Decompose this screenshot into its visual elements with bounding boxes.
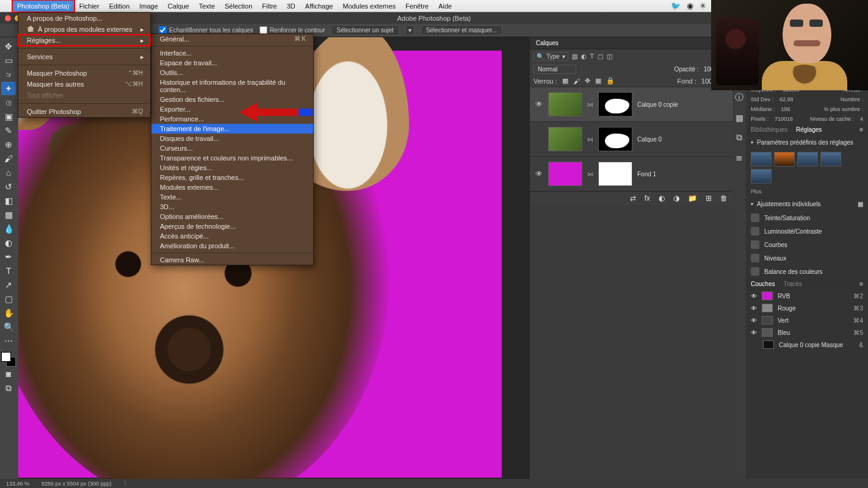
document-dimensions[interactable]: 8256 px x 5504 px (300 ppp) (42, 481, 112, 487)
prefs-image-processing[interactable]: Traitement de l'image... (151, 124, 313, 134)
screen-mode[interactable]: ⧉ (1, 381, 16, 395)
panel-menu-icon[interactable]: ≡ (859, 281, 863, 287)
select-subject-button[interactable]: Sélectionner un sujet (331, 25, 399, 35)
prefs-transparency[interactable]: Transparence et couleurs non imprimables… (151, 153, 313, 163)
presets-more[interactable]: Plus (746, 186, 868, 197)
sync-icon[interactable]: ◉ (687, 1, 693, 11)
delete-layer-icon[interactable]: 🗑 (720, 194, 728, 203)
preset-thumb[interactable] (751, 169, 772, 184)
layer-mask-thumbnail[interactable] (598, 127, 632, 151)
spot-heal-tool[interactable]: ⊕ (1, 138, 16, 151)
zoom-level[interactable]: 133,46 % (6, 481, 29, 487)
menu-reglages[interactable]: Réglages... (18, 35, 150, 46)
filter-adjust-icon[interactable]: ◐ (581, 53, 587, 60)
misc2-icon[interactable]: ≣ (736, 152, 743, 162)
adjust-color-balance[interactable]: Balance des couleurs (746, 265, 868, 278)
layer-name[interactable]: Fond 1 (637, 171, 656, 178)
brush-tool[interactable]: 🖌 (1, 152, 16, 165)
app-menu[interactable]: Photoshop (Beta) (12, 0, 74, 12)
prefs-units[interactable]: Unités et règles... (151, 163, 313, 173)
menu-aide[interactable]: Aide (433, 0, 457, 12)
group-icon[interactable]: 📁 (688, 194, 697, 203)
visibility-toggle[interactable]: 👁 (535, 170, 543, 178)
channel-row[interactable]: 👁Rouge⌘3 (746, 302, 868, 314)
menu-hide-photoshop[interactable]: Masquer Photoshop⌃⌘H (18, 68, 150, 79)
tab-bibliotheques[interactable]: Bibliothèques (751, 126, 787, 133)
tab-traces[interactable]: Tracés (783, 281, 801, 287)
menu-affichage[interactable]: Affichage (300, 0, 338, 12)
layer-name[interactable]: Calque 0 copie (637, 101, 678, 108)
channel-row[interactable]: 👁RVB⌘2 (746, 290, 868, 302)
layer-name[interactable]: Calque 0 (637, 136, 662, 143)
eraser-tool[interactable]: ◧ (1, 194, 16, 207)
prefs-interface[interactable]: Interface... (151, 48, 313, 58)
gradient-tool[interactable]: ▦ (1, 208, 16, 221)
prefs-tech-previews[interactable]: Aperçus de technologie... (151, 221, 313, 231)
filter-smart-icon[interactable]: ◫ (607, 53, 612, 60)
clone-tool[interactable]: ⌂ (1, 166, 16, 179)
new-layer-icon[interactable]: ⊞ (706, 194, 712, 203)
layers-tab[interactable]: Calques (536, 40, 559, 46)
menu-about-photoshop[interactable]: A propos de Photoshop... (18, 13, 150, 24)
menu-hide-others[interactable]: Masquer les autres⌥⌘H (18, 79, 150, 90)
menu-fenetre[interactable]: Fenêtre (400, 0, 433, 12)
layer-row[interactable]: 👁 ⋈ Fond 1 (530, 156, 732, 191)
bird-icon[interactable]: 🐦 (671, 1, 681, 11)
menu-filtre[interactable]: Filtre (257, 0, 281, 12)
wand-tool[interactable]: ✦ (1, 82, 16, 95)
type-tool[interactable]: T (1, 264, 16, 278)
prefs-workspace[interactable]: Espace de travail... (151, 58, 313, 68)
prefs-type[interactable]: Texte... (151, 192, 313, 202)
adjust-brightness[interactable]: Luminosité/Contraste (746, 224, 868, 238)
prefs-enhanced[interactable]: Options améliorées... (151, 212, 313, 221)
prefs-general[interactable]: Général...⌘ K (151, 34, 313, 44)
menu-about-plugins[interactable]: À propos des modules externes (18, 24, 150, 35)
prefs-plugins[interactable]: Modules externes... (151, 182, 313, 192)
status-chevron-icon[interactable]: 〉 (124, 479, 129, 487)
quick-mask[interactable]: ◙ (1, 367, 16, 381)
preset-thumb[interactable] (774, 152, 795, 167)
adjust-curves[interactable]: Courbes (746, 238, 868, 251)
lock-paint-icon[interactable]: 🖌 (573, 77, 580, 85)
select-subject-dropdown[interactable]: ▾ (405, 25, 414, 35)
eye-icon[interactable]: 👁 (751, 293, 757, 300)
zoom-tool[interactable]: 🔍 (1, 320, 16, 334)
swatches-icon[interactable]: ▦ (736, 113, 743, 123)
blend-mode-select[interactable]: Normal (533, 65, 576, 74)
filter-shape-icon[interactable]: ▢ (598, 53, 603, 60)
dodge-tool[interactable]: ◐ (1, 236, 16, 249)
panel-menu-icon[interactable]: ≡ (859, 126, 863, 133)
adjustments-section[interactable]: ▾Ajustements individuels▦ (746, 197, 868, 211)
adjust-hue-sat[interactable]: Teinte/Saturation (746, 211, 868, 224)
history-brush-tool[interactable]: ↺ (1, 180, 16, 193)
menu-quit[interactable]: Quitter Photoshop⌘Q (18, 106, 150, 117)
menu-modules[interactable]: Modules externes (338, 0, 400, 12)
prefs-scratch-disks[interactable]: Disques de travail... (151, 134, 313, 143)
edit-toolbar[interactable]: ⋯ (1, 334, 16, 348)
filter-pixel-icon[interactable]: ▧ (572, 53, 577, 60)
layer-mask-thumbnail[interactable] (598, 92, 632, 117)
link-layers-icon[interactable]: ⇄ (630, 194, 636, 203)
layer-filter-kind[interactable]: 🔍 Type ▾ (533, 52, 568, 61)
channel-row[interactable]: 👁Bleu⌘5 (746, 326, 868, 339)
prefs-early-access[interactable]: Accès anticipé... (151, 231, 313, 241)
color-swatches[interactable] (1, 352, 16, 367)
menu-texte[interactable]: Texte (194, 0, 220, 12)
frame-tool[interactable]: ▣ (1, 110, 16, 123)
info-icon[interactable]: ⓘ (735, 92, 743, 103)
prefs-guides[interactable]: Repères, grille et tranches... (151, 173, 313, 182)
menu-calque[interactable]: Calque (163, 0, 194, 12)
presets-section[interactable]: ▾Paramètres prédéfinis des réglages (746, 135, 868, 149)
adjust-levels[interactable]: Niveaux (746, 251, 868, 265)
adjust-icon[interactable]: ◑ (673, 194, 679, 203)
grid-icon[interactable]: ▦ (858, 201, 863, 207)
eye-icon[interactable]: 👁 (751, 317, 757, 324)
slack-icon[interactable]: ✳ (700, 1, 706, 11)
menu-services[interactable]: Services (18, 51, 150, 62)
menu-image[interactable]: Image (134, 0, 163, 12)
layer-thumbnail[interactable] (548, 127, 582, 151)
lock-all-icon[interactable]: 🔒 (606, 77, 615, 85)
lasso-tool[interactable]: ⟉ (1, 68, 16, 81)
layer-thumbnail[interactable] (548, 162, 582, 186)
prefs-tools[interactable]: Outils... (151, 68, 313, 77)
